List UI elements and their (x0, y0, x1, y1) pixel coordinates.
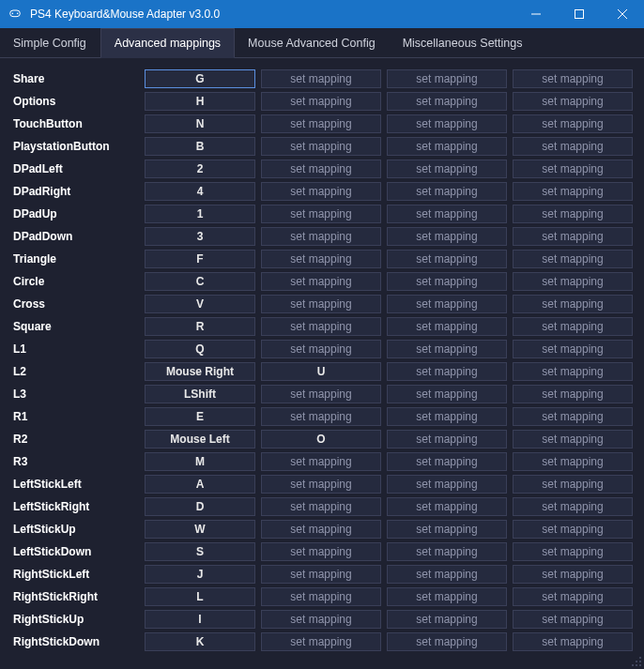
mapping-cell[interactable]: set mapping (387, 385, 507, 403)
mapping-cell[interactable]: set mapping (387, 92, 507, 111)
mapping-cell[interactable]: set mapping (387, 205, 507, 223)
mapping-cell[interactable]: set mapping (513, 182, 633, 201)
mapping-cell[interactable]: set mapping (387, 69, 507, 88)
mapping-cell[interactable]: set mapping (513, 92, 633, 111)
tab-simple-config[interactable]: Simple Config (0, 28, 100, 57)
mapping-cell[interactable]: set mapping (387, 565, 507, 584)
mapping-cell[interactable]: K (145, 632, 255, 651)
mapping-cell[interactable]: set mapping (387, 227, 507, 246)
tab-mouse-advanced-config[interactable]: Mouse Advanced Config (235, 28, 390, 57)
mapping-cell[interactable]: B (145, 137, 255, 156)
minimize-button[interactable] (514, 0, 558, 28)
mapping-cell[interactable]: set mapping (513, 407, 633, 426)
mapping-cell[interactable]: H (145, 92, 255, 111)
mapping-cell[interactable]: V (145, 295, 255, 313)
mapping-cell[interactable]: set mapping (261, 497, 381, 516)
mapping-cell[interactable]: set mapping (513, 114, 633, 133)
mapping-cell[interactable]: set mapping (513, 542, 633, 561)
mapping-cell[interactable]: set mapping (261, 227, 381, 246)
mapping-cell[interactable]: set mapping (513, 227, 633, 246)
mapping-cell[interactable]: set mapping (261, 205, 381, 223)
mapping-cell[interactable]: set mapping (387, 407, 507, 426)
mapping-cell[interactable]: N (145, 114, 255, 133)
mapping-cell[interactable]: set mapping (513, 520, 633, 539)
close-button[interactable] (601, 0, 644, 28)
mapping-cell[interactable]: set mapping (261, 632, 381, 651)
mapping-cell[interactable]: LShift (145, 385, 255, 403)
mapping-cell[interactable]: set mapping (513, 610, 633, 629)
mapping-cell[interactable]: G (145, 69, 255, 88)
mapping-cell[interactable]: set mapping (261, 272, 381, 291)
mapping-cell[interactable]: set mapping (261, 385, 381, 403)
mapping-cell[interactable]: I (145, 610, 255, 629)
maximize-button[interactable] (558, 0, 601, 28)
mapping-cell[interactable]: set mapping (261, 340, 381, 358)
mapping-cell[interactable]: set mapping (261, 587, 381, 606)
mapping-cell[interactable]: set mapping (261, 317, 381, 336)
mapping-cell[interactable]: set mapping (261, 92, 381, 111)
mapping-cell[interactable]: set mapping (387, 497, 507, 516)
mapping-cell[interactable]: set mapping (261, 69, 381, 88)
mapping-cell[interactable]: set mapping (387, 542, 507, 561)
mapping-cell[interactable]: set mapping (513, 452, 633, 471)
mapping-cell[interactable]: set mapping (387, 160, 507, 178)
mapping-cell[interactable]: set mapping (513, 137, 633, 156)
mapping-cell[interactable]: set mapping (387, 114, 507, 133)
mapping-cell[interactable]: set mapping (387, 295, 507, 313)
mapping-cell[interactable]: set mapping (387, 475, 507, 494)
mapping-cell[interactable]: set mapping (261, 295, 381, 313)
mapping-cell[interactable]: S (145, 542, 255, 561)
mapping-cell[interactable]: L (145, 587, 255, 606)
mapping-cell[interactable]: set mapping (261, 610, 381, 629)
mapping-cell[interactable]: Q (145, 340, 255, 358)
mapping-cell[interactable]: set mapping (261, 114, 381, 133)
mapping-cell[interactable]: E (145, 407, 255, 426)
mapping-cell[interactable]: set mapping (387, 587, 507, 606)
mapping-cell[interactable]: 3 (145, 227, 255, 246)
mapping-cell[interactable]: set mapping (387, 430, 507, 449)
mapping-cell[interactable]: U (261, 362, 381, 381)
mapping-cell[interactable]: set mapping (513, 632, 633, 651)
mapping-cell[interactable]: set mapping (513, 385, 633, 403)
mapping-cell[interactable]: set mapping (261, 407, 381, 426)
mapping-cell[interactable]: W (145, 520, 255, 539)
mapping-cell[interactable]: 1 (145, 205, 255, 223)
mapping-cell[interactable]: set mapping (513, 497, 633, 516)
mapping-cell[interactable]: set mapping (387, 632, 507, 651)
mapping-cell[interactable]: Mouse Left (145, 430, 255, 449)
mapping-cell[interactable]: set mapping (387, 250, 507, 268)
mapping-cell[interactable]: set mapping (261, 565, 381, 584)
mapping-cell[interactable]: set mapping (387, 340, 507, 358)
mapping-cell[interactable]: set mapping (513, 565, 633, 584)
mapping-cell[interactable]: set mapping (387, 182, 507, 201)
mapping-cell[interactable]: set mapping (513, 475, 633, 494)
mapping-cell[interactable]: set mapping (513, 69, 633, 88)
mapping-cell[interactable]: set mapping (261, 542, 381, 561)
mapping-cell[interactable]: set mapping (261, 182, 381, 201)
mapping-cell[interactable]: set mapping (387, 272, 507, 291)
resize-grip[interactable] (631, 656, 642, 667)
mapping-cell[interactable]: set mapping (513, 587, 633, 606)
mapping-cell[interactable]: set mapping (261, 520, 381, 539)
mapping-cell[interactable]: set mapping (387, 317, 507, 336)
mapping-cell[interactable]: set mapping (261, 160, 381, 178)
mapping-cell[interactable]: set mapping (387, 452, 507, 471)
mapping-cell[interactable]: Mouse Right (145, 362, 255, 381)
tab-advanced-mappings[interactable]: Advanced mappings (100, 28, 235, 58)
mapping-cell[interactable]: set mapping (261, 475, 381, 494)
mapping-cell[interactable]: 2 (145, 160, 255, 178)
mapping-cell[interactable]: set mapping (387, 520, 507, 539)
mapping-cell[interactable]: set mapping (513, 340, 633, 358)
mapping-cell[interactable]: set mapping (387, 610, 507, 629)
mapping-cell[interactable]: F (145, 250, 255, 268)
mapping-cell[interactable]: J (145, 565, 255, 584)
mapping-cell[interactable]: M (145, 452, 255, 471)
mapping-cell[interactable]: C (145, 272, 255, 291)
mapping-cell[interactable]: set mapping (513, 250, 633, 268)
tab-miscellaneous-settings[interactable]: Miscellaneous Settings (390, 28, 537, 57)
mapping-cell[interactable]: set mapping (387, 137, 507, 156)
mapping-cell[interactable]: O (261, 430, 381, 449)
mapping-cell[interactable]: D (145, 497, 255, 516)
mapping-cell[interactable]: R (145, 317, 255, 336)
mapping-cell[interactable]: A (145, 475, 255, 494)
